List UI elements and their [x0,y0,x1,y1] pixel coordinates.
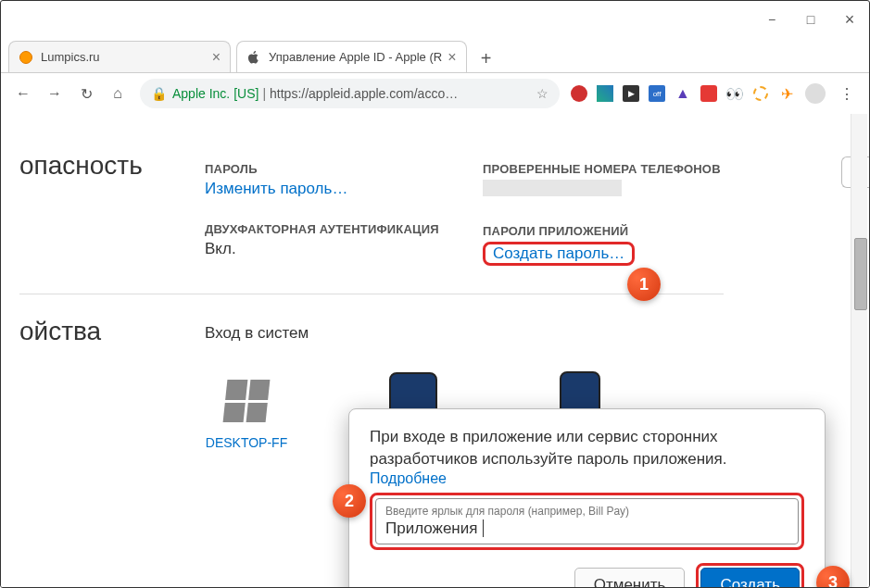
phone-number-redacted [483,180,622,200]
step-badge-1: 1 [627,268,661,301]
menu-button[interactable]: ⋮ [832,79,862,108]
tab-appleid[interactable]: Управление Apple ID - Apple (R × [236,41,467,72]
window-titlebar: − □ × [1,1,869,38]
input-highlight: Введите ярлык для пароля (например, Bill… [370,493,804,550]
extension-icon[interactable]: 👀 [724,82,746,105]
lock-icon: 🔒 [151,86,167,101]
browser-toolbar: ← → ↻ ⌂ 🔒 Apple Inc. [US] | https://appl… [1,73,869,114]
extension-icon[interactable] [698,82,720,105]
cancel-button[interactable]: Отменить [574,568,686,587]
create-button-highlight: Создать [696,563,804,587]
extension-icon[interactable] [568,82,590,105]
create-button[interactable]: Создать [700,568,800,587]
twofactor-label: ДВУХФАКТОРНАЯ АУТЕНТИФИКАЦИЯ [205,222,483,236]
window-close-button[interactable]: × [830,1,869,38]
home-button[interactable]: ⌂ [103,79,132,108]
create-password-link[interactable]: Создать пароль… [493,244,624,262]
reload-button[interactable]: ↻ [71,79,101,108]
step-badge-3: 3 [816,566,850,587]
profile-avatar[interactable] [801,79,830,108]
section-divider [19,294,724,294]
device-desktop[interactable]: DESKTOP-FF [205,374,288,450]
back-button[interactable]: ← [8,79,38,108]
extension-icon[interactable] [594,82,616,105]
popover-more-link[interactable]: Подробнее [370,470,804,487]
address-org: Apple Inc. [US] [172,86,258,101]
twofactor-value: Вкл. [205,240,483,258]
tab-close-icon[interactable]: × [212,49,221,66]
app-passwords-label: ПАРОЛИ ПРИЛОЖЕНИЙ [483,224,761,238]
favicon-apple-icon [246,50,261,65]
device-name: DESKTOP-FF [205,435,288,450]
extension-icon[interactable] [750,82,772,105]
windows-icon [220,374,273,428]
bookmark-icon[interactable]: ☆ [536,86,548,101]
extension-icon[interactable]: ▶ [620,82,642,105]
input-placeholder: Введите ярлык для пароля (например, Bill… [385,505,788,518]
extension-icon[interactable]: off [646,82,668,105]
phones-label: ПРОВЕРЕННЫЕ НОМЕРА ТЕЛЕФОНОВ [483,162,761,176]
create-password-popover: При входе в приложение или сервис сторон… [348,408,826,587]
popover-text: При входе в приложение или сервис сторон… [370,426,804,470]
new-tab-button[interactable]: + [473,44,500,72]
forward-button[interactable]: → [40,79,69,108]
section-security-title: опасность [19,151,205,181]
extension-icon[interactable]: ✈ [775,82,798,105]
signin-label: Вход в систем [205,324,309,343]
vertical-scrollbar[interactable] [851,114,867,587]
password-label: ПАРОЛЬ [205,162,483,176]
password-label-input[interactable]: Введите ярлык для пароля (например, Bill… [375,498,799,544]
browser-window: − □ × Lumpics.ru × Управление Apple ID -… [0,0,870,588]
change-password-link[interactable]: Изменить пароль… [205,180,483,198]
input-value: Приложения [385,519,788,538]
extension-icon[interactable]: ▲ [672,82,694,105]
window-maximize-button[interactable]: □ [791,1,830,38]
svg-rect-0 [483,180,622,196]
address-bar[interactable]: 🔒 Apple Inc. [US] | https://appleid.appl… [140,79,560,108]
tab-title: Управление Apple ID - Apple (R [269,50,442,64]
address-url: https://appleid.apple.com/acco… [270,86,458,101]
favicon-lumpics [19,50,33,65]
tab-lumpics[interactable]: Lumpics.ru × [8,41,231,72]
section-devices-title: ойства [19,317,205,346]
window-minimize-button[interactable]: − [752,1,791,38]
create-password-highlight: Создать пароль… [483,242,635,266]
step-badge-2: 2 [333,484,366,518]
tab-strip: Lumpics.ru × Управление Apple ID - Apple… [1,38,869,73]
tab-close-icon[interactable]: × [448,49,456,66]
page-content: опасность ПАРОЛЬ Изменить пароль… ДВУХФА… [1,114,869,587]
tab-title: Lumpics.ru [41,50,207,64]
scrollbar-thumb[interactable] [854,238,867,310]
